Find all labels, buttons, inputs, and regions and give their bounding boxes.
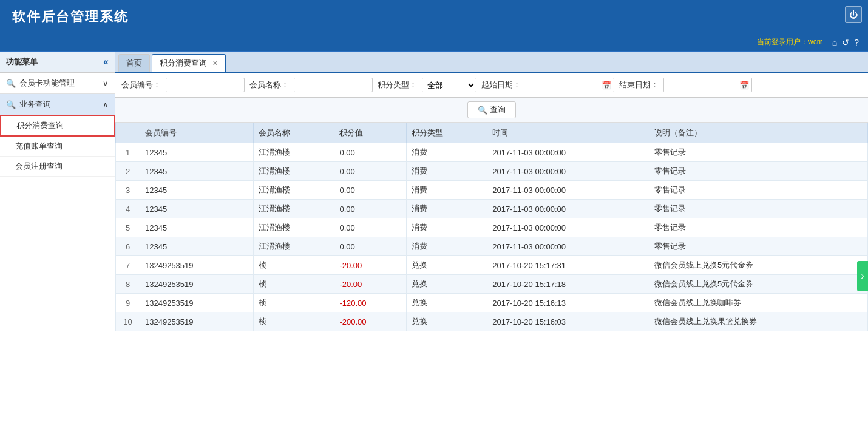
sidebar: 功能菜单 « 🔍 会员卡功能管理 ∨ 🔍 业务查询 ∧ bbox=[0, 52, 115, 429]
table-body: 112345江渭渔楼0.00消费2017-11-03 00:00:00零售记录2… bbox=[116, 143, 868, 331]
end-date-input[interactable] bbox=[664, 78, 737, 92]
cell-points-type: 兑换 bbox=[406, 312, 487, 331]
cell-points-type: 消费 bbox=[406, 181, 487, 200]
cell-remark: 微信会员线上兑换5元代金券 bbox=[649, 275, 867, 294]
table-row: 612345江渭渔楼0.00消费2017-11-03 00:00:00零售记录 bbox=[116, 237, 868, 256]
cell-member-name: 桢 bbox=[253, 275, 334, 294]
cell-time: 2017-11-03 00:00:00 bbox=[487, 181, 649, 200]
cell-member-name: 桢 bbox=[253, 256, 334, 275]
recharge-query-label: 充值账单查询 bbox=[15, 141, 63, 150]
cell-member-name: 江渭渔楼 bbox=[253, 237, 334, 256]
table-row: 913249253519桢-120.00兑换2017-10-20 15:16:1… bbox=[116, 294, 868, 312]
cell-points: 0.00 bbox=[334, 162, 406, 181]
user-label: 当前登录用户：wcm bbox=[757, 37, 823, 47]
cell-points: -20.00 bbox=[334, 275, 406, 294]
col-num bbox=[116, 123, 140, 143]
cell-member-id: 13249253519 bbox=[140, 256, 254, 275]
cell-num: 9 bbox=[116, 294, 140, 312]
user-bar: 当前登录用户：wcm ⌂ ↺ ? bbox=[0, 33, 868, 52]
member-card-label: 会员卡功能管理 bbox=[19, 78, 75, 89]
table-row: 112345江渭渔楼0.00消费2017-11-03 00:00:00零售记录 bbox=[116, 143, 868, 162]
table-row: 813249253519桢-20.00兑换2017-10-20 15:17:18… bbox=[116, 275, 868, 294]
scroll-tab-icon: › bbox=[861, 271, 864, 282]
cell-member-id: 12345 bbox=[140, 200, 254, 218]
header: 软件后台管理系统 ⏻ bbox=[0, 0, 868, 33]
cell-num: 6 bbox=[116, 237, 140, 256]
table-row: 312345江渭渔楼0.00消费2017-11-03 00:00:00零售记录 bbox=[116, 181, 868, 200]
sidebar-collapse-icon[interactable]: « bbox=[103, 56, 109, 67]
tab-home-label: 首页 bbox=[126, 58, 142, 67]
start-date-label: 起始日期： bbox=[481, 79, 521, 90]
table-header-row: 会员编号 会员名称 积分值 积分类型 时间 说明（备注） bbox=[116, 123, 868, 143]
cell-time: 2017-11-03 00:00:00 bbox=[487, 200, 649, 218]
help-icon[interactable]: ? bbox=[854, 38, 859, 47]
cell-member-id: 13249253519 bbox=[140, 294, 254, 312]
sidebar-item-recharge-query[interactable]: 充值账单查询 bbox=[0, 137, 115, 157]
cell-num: 7 bbox=[116, 256, 140, 275]
cell-member-name: 江渭渔楼 bbox=[253, 181, 334, 200]
cell-num: 8 bbox=[116, 275, 140, 294]
member-register-query-label: 会员注册查询 bbox=[15, 161, 63, 171]
cell-remark: 零售记录 bbox=[649, 218, 867, 237]
tab-points-query-label: 积分消费查询 bbox=[160, 58, 207, 67]
table-container: 会员编号 会员名称 积分值 积分类型 时间 说明（备注） 112345江渭渔楼0… bbox=[115, 123, 868, 429]
home-icon[interactable]: ⌂ bbox=[832, 38, 837, 47]
cell-time: 2017-10-20 15:16:13 bbox=[487, 294, 649, 312]
section-left: 🔍 会员卡功能管理 bbox=[6, 78, 75, 89]
table-row: 212345江渭渔楼0.00消费2017-11-03 00:00:00零售记录 bbox=[116, 162, 868, 181]
start-date-input[interactable] bbox=[526, 78, 599, 92]
tab-close-icon[interactable]: ✕ bbox=[212, 59, 218, 67]
start-date-calendar-icon[interactable]: 📅 bbox=[599, 81, 614, 90]
cell-points-type: 兑换 bbox=[406, 256, 487, 275]
points-type-select[interactable]: 全部 消费 兑换 充值 bbox=[422, 78, 476, 92]
cell-num: 10 bbox=[116, 312, 140, 331]
end-date-calendar-icon[interactable]: 📅 bbox=[737, 81, 751, 90]
cell-points: 0.00 bbox=[334, 237, 406, 256]
menu-label: 功能菜单 bbox=[6, 56, 38, 67]
member-name-input[interactable] bbox=[294, 78, 373, 92]
points-type-label: 积分类型： bbox=[378, 79, 417, 90]
sidebar-item-points-query[interactable]: 积分消费查询 bbox=[0, 115, 115, 137]
tabs-bar: 首页 积分消费查询 ✕ bbox=[115, 52, 868, 73]
sidebar-item-member-register-query[interactable]: 会员注册查询 bbox=[0, 157, 115, 177]
cell-time: 2017-10-20 15:17:18 bbox=[487, 275, 649, 294]
search-button[interactable]: 🔍 查询 bbox=[467, 101, 516, 118]
cell-member-id: 12345 bbox=[140, 218, 254, 237]
right-scroll-tab[interactable]: › bbox=[857, 261, 868, 291]
refresh-icon[interactable]: ↺ bbox=[842, 38, 849, 47]
tab-points-query[interactable]: 积分消费查询 ✕ bbox=[152, 54, 226, 72]
cell-time: 2017-10-20 15:16:03 bbox=[487, 312, 649, 331]
member-id-input[interactable] bbox=[166, 78, 245, 92]
sidebar-section-header-member-card[interactable]: 🔍 会员卡功能管理 ∨ bbox=[0, 73, 115, 93]
table-row: 512345江渭渔楼0.00消费2017-11-03 00:00:00零售记录 bbox=[116, 218, 868, 237]
cell-member-id: 12345 bbox=[140, 237, 254, 256]
cell-points-type: 兑换 bbox=[406, 294, 487, 312]
search-btn-row: 🔍 查询 bbox=[115, 98, 868, 123]
cell-num: 1 bbox=[116, 143, 140, 162]
power-button[interactable]: ⏻ bbox=[845, 6, 862, 23]
cell-points-type: 消费 bbox=[406, 143, 487, 162]
tab-home[interactable]: 首页 bbox=[118, 54, 150, 72]
chevron-down-icon: ∨ bbox=[103, 79, 109, 88]
cell-points: -20.00 bbox=[334, 256, 406, 275]
app-title: 软件后台管理系统 bbox=[12, 8, 129, 26]
cell-member-name: 江渭渔楼 bbox=[253, 162, 334, 181]
sidebar-section-header-business[interactable]: 🔍 业务查询 ∧ bbox=[0, 94, 115, 115]
results-table: 会员编号 会员名称 积分值 积分类型 时间 说明（备注） 112345江渭渔楼0… bbox=[115, 123, 868, 331]
member-card-icon: 🔍 bbox=[6, 79, 16, 88]
points-query-label: 积分消费查询 bbox=[16, 121, 64, 130]
cell-time: 2017-11-03 00:00:00 bbox=[487, 143, 649, 162]
cell-time: 2017-11-03 00:00:00 bbox=[487, 162, 649, 181]
header-icons: ⏻ bbox=[845, 6, 862, 23]
cell-member-name: 江渭渔楼 bbox=[253, 143, 334, 162]
cell-member-name: 江渭渔楼 bbox=[253, 200, 334, 218]
end-date-wrap: 📅 bbox=[663, 78, 752, 92]
cell-time: 2017-11-03 00:00:00 bbox=[487, 237, 649, 256]
sidebar-header: 功能菜单 « bbox=[0, 52, 115, 73]
cell-remark: 零售记录 bbox=[649, 237, 867, 256]
sidebar-section-business: 🔍 业务查询 ∧ 积分消费查询 充值账单查询 会员注册查询 bbox=[0, 94, 115, 177]
cell-points-type: 兑换 bbox=[406, 275, 487, 294]
table-row: 412345江渭渔楼0.00消费2017-11-03 00:00:00零售记录 bbox=[116, 200, 868, 218]
cell-remark: 零售记录 bbox=[649, 181, 867, 200]
cell-member-name: 江渭渔楼 bbox=[253, 218, 334, 237]
